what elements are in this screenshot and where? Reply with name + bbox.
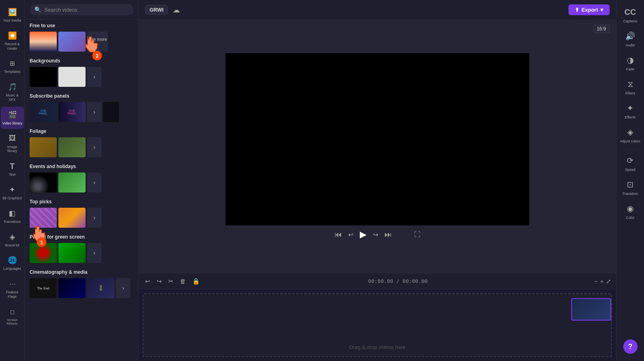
thumb-foliage-2[interactable]	[58, 137, 86, 157]
help-button[interactable]: ?	[623, 339, 638, 354]
sidebar-item-transitions[interactable]: ◧ Transitions	[1, 205, 24, 227]
right-tool-label-captions: Captions	[623, 19, 638, 23]
thumb-events-1[interactable]	[30, 172, 57, 193]
version-icon: ◻	[8, 307, 17, 317]
thumb-top-1[interactable]	[30, 208, 57, 228]
more-btn-foliage[interactable]: ›	[87, 137, 102, 157]
effects-icon: ✦	[625, 102, 636, 114]
clip-thumbnail	[572, 299, 610, 320]
sidebar-item-version[interactable]: ◻ Version f06ba3c	[1, 304, 24, 329]
zoom-in-button[interactable]: +	[600, 278, 604, 285]
thumb-gs-1[interactable]	[30, 243, 57, 263]
search-icon: 🔍	[34, 6, 41, 13]
right-tool-color[interactable]: ◉ Color	[618, 200, 643, 223]
sidebar-label-music-sfx: Music & SFX	[2, 93, 22, 102]
more-btn-backgrounds[interactable]: ›	[87, 67, 102, 87]
fullscreen-button[interactable]: ⛶	[414, 231, 421, 238]
rewind-button[interactable]: ↩	[348, 231, 353, 239]
sidebar-item-record-create[interactable]: ⏺️ Record & create	[1, 28, 24, 54]
skip-to-start-button[interactable]: ⏮	[335, 231, 342, 239]
thumb-sub-3[interactable]	[103, 102, 119, 122]
cut-button[interactable]: ✂	[167, 276, 175, 287]
music-sfx-icon: 🎵	[8, 82, 17, 92]
more-btn-top-picks[interactable]: ›	[87, 208, 102, 228]
delete-button[interactable]: 🗑	[178, 276, 187, 286]
section-subscribe: Subscribe panels SUBPANEL SUBPANEL ›	[30, 93, 134, 122]
search-input-wrap[interactable]: 🔍	[30, 4, 134, 15]
text-icon: T	[8, 161, 17, 171]
section-top-picks: Top picks ›	[30, 199, 134, 228]
thumb-cinema-2[interactable]	[58, 278, 86, 298]
sidebar-item-your-media[interactable]: 🖼️ Your media	[1, 4, 24, 26]
search-input[interactable]	[44, 7, 129, 13]
thumb-top-2[interactable]	[58, 208, 86, 228]
thumb-cinema-3[interactable]: ⬇	[87, 278, 114, 298]
thumb-bg-black[interactable]	[30, 67, 57, 87]
right-tool-label-speed: Speed	[625, 168, 635, 172]
forward-button[interactable]: ↪	[373, 231, 378, 239]
right-tool-speed[interactable]: ⟳ Speed	[618, 152, 643, 175]
sidebar-item-brand-kit[interactable]: ◈ Brand kit	[1, 229, 24, 251]
languages-icon: 🌐	[8, 255, 17, 265]
cloud-save-icon[interactable]: ☁	[173, 6, 180, 14]
your-media-icon: 🖼️	[8, 7, 17, 17]
thumb-events-2[interactable]	[58, 172, 86, 193]
thumb-row-cinema: The End ⬇ ›	[30, 278, 134, 298]
more-btn-subscribe[interactable]: ›	[87, 102, 102, 122]
thumb-cinema-1[interactable]: The End	[30, 278, 57, 298]
fit-zoom-button[interactable]: ⤢	[606, 278, 611, 285]
lock-button[interactable]: 🔒	[191, 276, 201, 287]
sidebar-item-music-sfx[interactable]: 🎵 Music & SFX	[1, 79, 24, 105]
feature-flags-icon: ⋯	[8, 279, 17, 289]
play-button[interactable]: ▶	[360, 229, 367, 240]
section-foliage: Foliage ›	[30, 128, 134, 157]
sidebar-item-templates[interactable]: ⊞ Templates	[1, 55, 24, 77]
export-icon: ⬆	[575, 7, 579, 13]
video-canvas[interactable]	[225, 53, 529, 225]
skip-to-end-button[interactable]: ⏭	[385, 231, 392, 239]
redo-button[interactable]: ↪	[155, 276, 163, 287]
brand-kit-icon: ◈	[8, 232, 17, 242]
total-time: 00:00.00	[403, 278, 428, 284]
undo-button[interactable]: ↩	[144, 276, 152, 287]
right-tool-fade[interactable]: ◑ Fade	[618, 51, 643, 74]
see-more-free[interactable]: See more ›	[87, 32, 108, 52]
thumb-free-2[interactable]	[58, 32, 86, 52]
zoom-out-button[interactable]: −	[594, 278, 598, 285]
right-tool-captions[interactable]: CC Captions	[618, 3, 643, 26]
timeline-time: 00:00.00 / 00:00.00	[205, 278, 591, 284]
thumb-sub-2[interactable]: SUBPANEL	[58, 102, 86, 122]
right-tool-adjust-colors[interactable]: ◈ Adjust colors	[618, 123, 643, 146]
section-title-subscribe: Subscribe panels	[30, 93, 134, 99]
right-tool-effects[interactable]: ✦ Effects	[618, 99, 643, 122]
more-btn-cinema[interactable]: ›	[116, 278, 130, 298]
captions-icon: CC	[625, 6, 636, 18]
right-tool-filters[interactable]: ⧖ Filters	[618, 75, 643, 98]
sidebar-item-video-library[interactable]: 🎬 Video library	[1, 107, 24, 129]
sidebar-label-text: Text	[9, 172, 16, 177]
sidebar-item-feature-flags[interactable]: ⋯ Feature Flags	[1, 276, 24, 302]
current-time: 00:00.00	[368, 278, 393, 284]
thumb-bg-white[interactable]	[58, 67, 86, 87]
section-title-events: Events and holidays	[30, 164, 134, 169]
thumb-foliage-1[interactable]	[30, 137, 57, 157]
sidebar-item-languages[interactable]: 🌐 Languages	[1, 252, 24, 274]
thumb-free-1[interactable]	[30, 32, 57, 52]
right-tool-label-fade: Fade	[626, 67, 634, 71]
export-button[interactable]: ⬆ Export ▾	[568, 4, 610, 15]
thumb-row-green-screen: ›	[30, 243, 134, 263]
sidebar-item-image-library[interactable]: 🖼 Image library	[1, 130, 24, 157]
right-tool-transition[interactable]: ⊡ Transition	[618, 176, 643, 199]
more-btn-events[interactable]: ›	[87, 172, 102, 193]
right-tool-audio[interactable]: 🔊 Audio	[618, 27, 643, 50]
sidebar-item-text[interactable]: T Text	[1, 158, 24, 180]
left-sidebar: 🖼️ Your media ⏺️ Record & create ⊞ Templ…	[0, 0, 25, 361]
thumb-gs-2[interactable]	[58, 243, 86, 263]
more-btn-green-screen[interactable]: ›	[87, 243, 102, 263]
timeline-track-area[interactable]: Drag & drop videos here	[143, 293, 612, 357]
project-name[interactable]: GRWI	[145, 5, 168, 15]
timeline-clip[interactable]	[571, 298, 611, 321]
thumb-sub-1[interactable]: SUBPANEL	[30, 102, 57, 122]
aspect-ratio-display: 16:9	[593, 25, 610, 32]
sidebar-item-graphics[interactable]: ✦ 88 Graphics	[1, 182, 24, 204]
